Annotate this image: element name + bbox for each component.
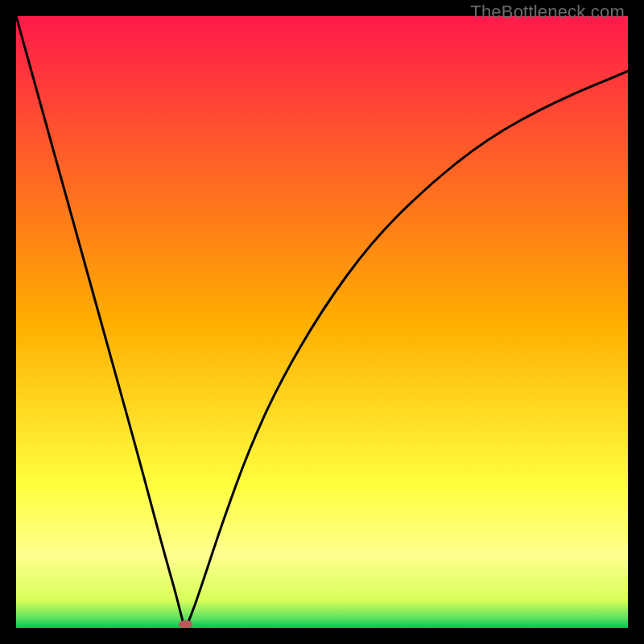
watermark-text: TheBottleneck.com xyxy=(470,2,625,23)
bottleneck-chart xyxy=(16,16,628,628)
chart-frame xyxy=(16,16,628,628)
minimum-marker xyxy=(179,620,193,628)
chart-background xyxy=(16,16,628,628)
